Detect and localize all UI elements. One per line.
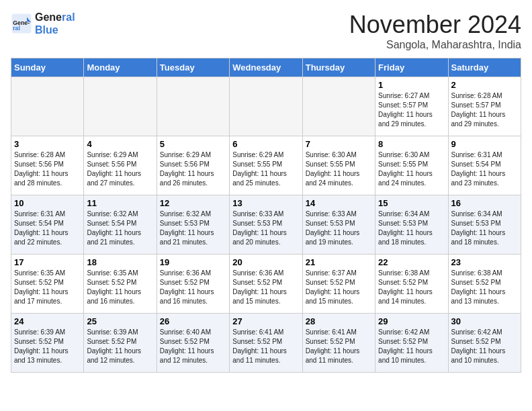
calendar-day: 11Sunrise: 6:32 AM Sunset: 5:54 PM Dayli… — [84, 195, 157, 255]
day-number: 6 — [232, 139, 299, 149]
calendar-week-row: 24Sunrise: 6:39 AM Sunset: 5:52 PM Dayli… — [11, 314, 521, 373]
calendar-day: 1Sunrise: 6:27 AM Sunset: 5:57 PM Daylig… — [375, 77, 448, 136]
calendar-table: SundayMondayTuesdayWednesdayThursdayFrid… — [11, 58, 521, 373]
day-info: Sunrise: 6:28 AM Sunset: 5:56 PM Dayligh… — [14, 150, 81, 188]
day-info: Sunrise: 6:36 AM Sunset: 5:52 PM Dayligh… — [160, 269, 226, 306]
day-number: 21 — [306, 257, 372, 267]
day-number: 12 — [160, 198, 226, 208]
day-info: Sunrise: 6:31 AM Sunset: 5:54 PM Dayligh… — [14, 210, 81, 247]
calendar-day: 29Sunrise: 6:42 AM Sunset: 5:52 PM Dayli… — [375, 314, 448, 373]
day-number: 14 — [306, 198, 372, 208]
calendar-day: 23Sunrise: 6:38 AM Sunset: 5:52 PM Dayli… — [448, 255, 521, 314]
day-number: 17 — [14, 257, 81, 267]
day-info: Sunrise: 6:38 AM Sunset: 5:52 PM Dayligh… — [378, 269, 445, 306]
calendar-day: 3Sunrise: 6:28 AM Sunset: 5:56 PM Daylig… — [11, 136, 84, 195]
day-info: Sunrise: 6:29 AM Sunset: 5:56 PM Dayligh… — [160, 150, 226, 188]
calendar-week-row: 10Sunrise: 6:31 AM Sunset: 5:54 PM Dayli… — [11, 195, 521, 255]
calendar-week-row: 3Sunrise: 6:28 AM Sunset: 5:56 PM Daylig… — [11, 136, 521, 195]
month-title: November 2024 — [349, 11, 521, 39]
day-number: 19 — [160, 257, 226, 267]
day-number: 26 — [160, 316, 226, 326]
weekday-header-saturday: Saturday — [448, 58, 521, 77]
calendar-day — [11, 77, 84, 136]
day-number: 9 — [451, 139, 518, 149]
calendar-day: 26Sunrise: 6:40 AM Sunset: 5:52 PM Dayli… — [157, 314, 229, 373]
day-info: Sunrise: 6:35 AM Sunset: 5:52 PM Dayligh… — [14, 269, 81, 306]
calendar-day — [84, 77, 157, 136]
logo-icon: Gene- ral — [11, 13, 32, 34]
calendar-day: 17Sunrise: 6:35 AM Sunset: 5:52 PM Dayli… — [11, 255, 84, 314]
day-info: Sunrise: 6:31 AM Sunset: 5:54 PM Dayligh… — [451, 150, 518, 188]
weekday-header-monday: Monday — [84, 58, 157, 77]
calendar-day: 6Sunrise: 6:29 AM Sunset: 5:55 PM Daylig… — [230, 136, 302, 195]
day-info: Sunrise: 6:39 AM Sunset: 5:52 PM Dayligh… — [87, 328, 153, 365]
day-number: 3 — [14, 139, 81, 149]
logo: Gene- ral General Blue — [11, 11, 75, 36]
calendar-day: 22Sunrise: 6:38 AM Sunset: 5:52 PM Dayli… — [375, 255, 448, 314]
calendar-day: 13Sunrise: 6:33 AM Sunset: 5:53 PM Dayli… — [230, 195, 302, 255]
day-number: 29 — [378, 316, 445, 326]
weekday-header-thursday: Thursday — [302, 58, 375, 77]
calendar-day — [157, 77, 229, 136]
calendar-day: 24Sunrise: 6:39 AM Sunset: 5:52 PM Dayli… — [11, 314, 84, 373]
day-number: 16 — [451, 198, 518, 208]
day-number: 24 — [14, 316, 81, 326]
day-info: Sunrise: 6:29 AM Sunset: 5:56 PM Dayligh… — [87, 150, 153, 188]
day-number: 22 — [378, 257, 445, 267]
day-number: 27 — [232, 316, 299, 326]
day-info: Sunrise: 6:29 AM Sunset: 5:55 PM Dayligh… — [232, 150, 299, 188]
day-number: 30 — [451, 316, 518, 326]
calendar-day: 19Sunrise: 6:36 AM Sunset: 5:52 PM Dayli… — [157, 255, 229, 314]
day-number: 28 — [306, 316, 372, 326]
calendar-day: 14Sunrise: 6:33 AM Sunset: 5:53 PM Dayli… — [302, 195, 375, 255]
calendar-day — [302, 77, 375, 136]
day-info: Sunrise: 6:36 AM Sunset: 5:52 PM Dayligh… — [232, 269, 299, 306]
day-number: 18 — [87, 257, 153, 267]
logo-text: General Blue — [35, 11, 75, 36]
calendar-day: 20Sunrise: 6:36 AM Sunset: 5:52 PM Dayli… — [230, 255, 302, 314]
day-number: 11 — [87, 198, 153, 208]
calendar-day: 27Sunrise: 6:41 AM Sunset: 5:52 PM Dayli… — [230, 314, 302, 373]
calendar-day: 21Sunrise: 6:37 AM Sunset: 5:52 PM Dayli… — [302, 255, 375, 314]
calendar-day: 30Sunrise: 6:42 AM Sunset: 5:52 PM Dayli… — [448, 314, 521, 373]
calendar-week-row: 17Sunrise: 6:35 AM Sunset: 5:52 PM Dayli… — [11, 255, 521, 314]
day-info: Sunrise: 6:33 AM Sunset: 5:53 PM Dayligh… — [232, 210, 299, 247]
day-number: 7 — [306, 139, 372, 149]
location-title: Sangola, Maharashtra, India — [349, 39, 521, 51]
day-info: Sunrise: 6:27 AM Sunset: 5:57 PM Dayligh… — [378, 91, 445, 129]
day-number: 8 — [378, 139, 445, 149]
calendar-day — [230, 77, 302, 136]
day-number: 4 — [87, 139, 153, 149]
day-info: Sunrise: 6:37 AM Sunset: 5:52 PM Dayligh… — [306, 269, 372, 306]
day-info: Sunrise: 6:34 AM Sunset: 5:53 PM Dayligh… — [378, 210, 445, 247]
day-number: 1 — [378, 80, 445, 90]
day-info: Sunrise: 6:41 AM Sunset: 5:52 PM Dayligh… — [306, 328, 372, 365]
header: Gene- ral General Blue November 2024 San… — [11, 11, 521, 51]
day-info: Sunrise: 6:30 AM Sunset: 5:55 PM Dayligh… — [306, 150, 372, 188]
svg-text:ral: ral — [13, 26, 20, 32]
day-info: Sunrise: 6:32 AM Sunset: 5:54 PM Dayligh… — [87, 210, 153, 247]
calendar-day: 18Sunrise: 6:35 AM Sunset: 5:52 PM Dayli… — [84, 255, 157, 314]
day-number: 20 — [232, 257, 299, 267]
calendar-week-row: 1Sunrise: 6:27 AM Sunset: 5:57 PM Daylig… — [11, 77, 521, 136]
day-info: Sunrise: 6:42 AM Sunset: 5:52 PM Dayligh… — [378, 328, 445, 365]
weekday-header-tuesday: Tuesday — [157, 58, 229, 77]
day-info: Sunrise: 6:42 AM Sunset: 5:52 PM Dayligh… — [451, 328, 518, 365]
calendar-day: 10Sunrise: 6:31 AM Sunset: 5:54 PM Dayli… — [11, 195, 84, 255]
calendar-day: 25Sunrise: 6:39 AM Sunset: 5:52 PM Dayli… — [84, 314, 157, 373]
day-number: 13 — [232, 198, 299, 208]
day-info: Sunrise: 6:33 AM Sunset: 5:53 PM Dayligh… — [306, 210, 372, 247]
day-info: Sunrise: 6:39 AM Sunset: 5:52 PM Dayligh… — [14, 328, 81, 365]
weekday-header-sunday: Sunday — [11, 58, 84, 77]
weekday-header-friday: Friday — [375, 58, 448, 77]
day-info: Sunrise: 6:28 AM Sunset: 5:57 PM Dayligh… — [451, 91, 518, 129]
calendar-day: 15Sunrise: 6:34 AM Sunset: 5:53 PM Dayli… — [375, 195, 448, 255]
day-number: 15 — [378, 198, 445, 208]
calendar-day: 4Sunrise: 6:29 AM Sunset: 5:56 PM Daylig… — [84, 136, 157, 195]
calendar-day: 7Sunrise: 6:30 AM Sunset: 5:55 PM Daylig… — [302, 136, 375, 195]
day-info: Sunrise: 6:32 AM Sunset: 5:53 PM Dayligh… — [160, 210, 226, 247]
calendar-day: 2Sunrise: 6:28 AM Sunset: 5:57 PM Daylig… — [448, 77, 521, 136]
day-info: Sunrise: 6:34 AM Sunset: 5:53 PM Dayligh… — [451, 210, 518, 247]
calendar-day: 8Sunrise: 6:30 AM Sunset: 5:55 PM Daylig… — [375, 136, 448, 195]
calendar-day: 16Sunrise: 6:34 AM Sunset: 5:53 PM Dayli… — [448, 195, 521, 255]
